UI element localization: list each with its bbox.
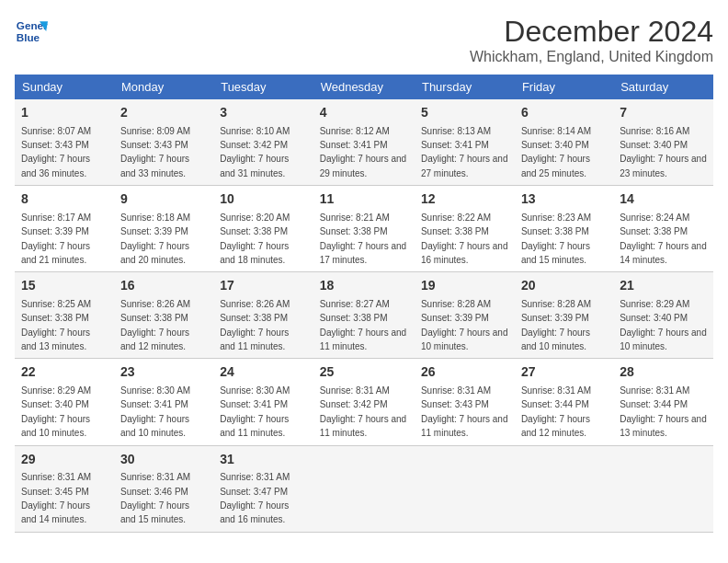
table-row: 26 Sunrise: 8:31 AMSunset: 3:43 PMDaylig… — [415, 359, 515, 445]
table-row: 27 Sunrise: 8:31 AMSunset: 3:44 PMDaylig… — [515, 359, 613, 445]
table-row: 21 Sunrise: 8:29 AMSunset: 3:40 PMDaylig… — [613, 272, 713, 359]
table-row: 16 Sunrise: 8:26 AMSunset: 3:38 PMDaylig… — [114, 272, 213, 359]
day-info: Sunrise: 8:31 AMSunset: 3:44 PMDaylight:… — [521, 385, 591, 438]
day-info: Sunrise: 8:10 AMSunset: 3:42 PMDaylight:… — [220, 126, 290, 178]
table-row — [313, 445, 415, 532]
day-info: Sunrise: 8:28 AMSunset: 3:39 PMDaylight:… — [421, 299, 508, 351]
calendar-row-2: 8 Sunrise: 8:17 AMSunset: 3:39 PMDayligh… — [15, 186, 713, 272]
col-thursday: Thursday — [415, 75, 515, 99]
table-row: 14 Sunrise: 8:24 AMSunset: 3:38 PMDaylig… — [613, 186, 713, 272]
table-row: 31 Sunrise: 8:31 AMSunset: 3:47 PMDaylig… — [213, 445, 313, 532]
day-number: 31 — [220, 451, 306, 469]
day-number: 28 — [620, 363, 707, 382]
day-info: Sunrise: 8:31 AMSunset: 3:43 PMDaylight:… — [421, 385, 508, 438]
day-number: 13 — [521, 190, 607, 209]
table-row: 17 Sunrise: 8:26 AMSunset: 3:38 PMDaylig… — [213, 272, 313, 359]
table-row: 8 Sunrise: 8:17 AMSunset: 3:39 PMDayligh… — [15, 186, 114, 272]
day-info: Sunrise: 8:22 AMSunset: 3:38 PMDaylight:… — [421, 213, 508, 265]
calendar-row-5: 29 Sunrise: 8:31 AMSunset: 3:45 PMDaylig… — [15, 445, 713, 532]
day-number: 1 — [21, 104, 108, 122]
logo: General Blue — [15, 15, 51, 48]
table-row: 6 Sunrise: 8:14 AMSunset: 3:40 PMDayligh… — [515, 99, 613, 186]
day-info: Sunrise: 8:30 AMSunset: 3:41 PMDaylight:… — [120, 385, 190, 438]
day-number: 30 — [120, 451, 207, 469]
table-row: 9 Sunrise: 8:18 AMSunset: 3:39 PMDayligh… — [114, 186, 213, 272]
table-row: 1 Sunrise: 8:07 AMSunset: 3:43 PMDayligh… — [15, 99, 114, 186]
day-info: Sunrise: 8:30 AMSunset: 3:41 PMDaylight:… — [220, 385, 290, 438]
table-row: 12 Sunrise: 8:22 AMSunset: 3:38 PMDaylig… — [415, 186, 515, 272]
table-row: 3 Sunrise: 8:10 AMSunset: 3:42 PMDayligh… — [213, 99, 313, 186]
svg-text:Blue: Blue — [17, 31, 40, 43]
day-info: Sunrise: 8:13 AMSunset: 3:41 PMDaylight:… — [421, 126, 508, 178]
table-row: 20 Sunrise: 8:28 AMSunset: 3:39 PMDaylig… — [515, 272, 613, 359]
day-info: Sunrise: 8:17 AMSunset: 3:39 PMDaylight:… — [21, 213, 91, 265]
table-row: 24 Sunrise: 8:30 AMSunset: 3:41 PMDaylig… — [213, 359, 313, 445]
col-sunday: Sunday — [15, 75, 114, 99]
day-number: 25 — [320, 363, 408, 382]
day-info: Sunrise: 8:31 AMSunset: 3:47 PMDaylight:… — [220, 472, 290, 524]
day-number: 12 — [421, 190, 508, 209]
table-row: 13 Sunrise: 8:23 AMSunset: 3:38 PMDaylig… — [515, 186, 613, 272]
table-row: 23 Sunrise: 8:30 AMSunset: 3:41 PMDaylig… — [114, 359, 213, 445]
day-info: Sunrise: 8:31 AMSunset: 3:44 PMDaylight:… — [620, 385, 707, 438]
col-wednesday: Wednesday — [313, 75, 415, 99]
day-info: Sunrise: 8:21 AMSunset: 3:38 PMDaylight:… — [320, 213, 407, 265]
table-row: 4 Sunrise: 8:12 AMSunset: 3:41 PMDayligh… — [313, 99, 415, 186]
table-row: 2 Sunrise: 8:09 AMSunset: 3:43 PMDayligh… — [114, 99, 213, 186]
day-number: 8 — [21, 190, 108, 209]
day-number: 9 — [120, 190, 207, 209]
day-info: Sunrise: 8:16 AMSunset: 3:40 PMDaylight:… — [620, 126, 707, 178]
day-info: Sunrise: 8:31 AMSunset: 3:42 PMDaylight:… — [320, 385, 407, 438]
col-monday: Monday — [114, 75, 213, 99]
table-row: 10 Sunrise: 8:20 AMSunset: 3:38 PMDaylig… — [213, 186, 313, 272]
calendar-row-3: 15 Sunrise: 8:25 AMSunset: 3:38 PMDaylig… — [15, 272, 713, 359]
day-info: Sunrise: 8:20 AMSunset: 3:38 PMDaylight:… — [220, 213, 290, 265]
day-number: 26 — [421, 363, 508, 382]
day-info: Sunrise: 8:31 AMSunset: 3:45 PMDaylight:… — [21, 472, 91, 524]
day-number: 21 — [620, 277, 707, 295]
table-row — [515, 445, 613, 532]
day-number: 20 — [521, 277, 607, 295]
page-header: General Blue December 2024 Whickham, Eng… — [15, 15, 713, 65]
day-number: 23 — [120, 363, 207, 382]
day-number: 2 — [120, 104, 207, 122]
day-number: 11 — [320, 190, 408, 209]
day-number: 17 — [220, 277, 306, 295]
day-info: Sunrise: 8:26 AMSunset: 3:38 PMDaylight:… — [220, 299, 290, 351]
table-row — [415, 445, 515, 532]
day-info: Sunrise: 8:27 AMSunset: 3:38 PMDaylight:… — [320, 299, 407, 351]
table-row — [613, 445, 713, 532]
table-row: 22 Sunrise: 8:29 AMSunset: 3:40 PMDaylig… — [15, 359, 114, 445]
day-info: Sunrise: 8:23 AMSunset: 3:38 PMDaylight:… — [521, 213, 591, 265]
calendar-row-1: 1 Sunrise: 8:07 AMSunset: 3:43 PMDayligh… — [15, 99, 713, 186]
day-number: 19 — [421, 277, 508, 295]
table-row: 29 Sunrise: 8:31 AMSunset: 3:45 PMDaylig… — [15, 445, 114, 532]
col-tuesday: Tuesday — [213, 75, 313, 99]
day-number: 14 — [620, 190, 707, 209]
day-info: Sunrise: 8:25 AMSunset: 3:38 PMDaylight:… — [21, 299, 91, 351]
title-section: December 2024 Whickham, England, United … — [470, 15, 713, 65]
day-number: 18 — [320, 277, 408, 295]
day-number: 27 — [521, 363, 607, 382]
calendar-row-4: 22 Sunrise: 8:29 AMSunset: 3:40 PMDaylig… — [15, 359, 713, 445]
day-number: 16 — [120, 277, 207, 295]
day-info: Sunrise: 8:07 AMSunset: 3:43 PMDaylight:… — [21, 126, 91, 178]
day-number: 24 — [220, 363, 306, 382]
col-saturday: Saturday — [613, 75, 713, 99]
month-title: December 2024 — [470, 15, 713, 49]
day-info: Sunrise: 8:29 AMSunset: 3:40 PMDaylight:… — [21, 385, 91, 438]
day-info: Sunrise: 8:12 AMSunset: 3:41 PMDaylight:… — [320, 126, 407, 178]
day-info: Sunrise: 8:18 AMSunset: 3:39 PMDaylight:… — [120, 213, 190, 265]
day-info: Sunrise: 8:14 AMSunset: 3:40 PMDaylight:… — [521, 126, 591, 178]
table-row: 19 Sunrise: 8:28 AMSunset: 3:39 PMDaylig… — [415, 272, 515, 359]
table-row: 11 Sunrise: 8:21 AMSunset: 3:38 PMDaylig… — [313, 186, 415, 272]
day-info: Sunrise: 8:28 AMSunset: 3:39 PMDaylight:… — [521, 299, 591, 351]
table-row: 18 Sunrise: 8:27 AMSunset: 3:38 PMDaylig… — [313, 272, 415, 359]
day-number: 15 — [21, 277, 108, 295]
day-number: 22 — [21, 363, 108, 382]
day-number: 7 — [620, 104, 707, 122]
col-friday: Friday — [515, 75, 613, 99]
day-number: 4 — [320, 104, 408, 122]
table-row: 7 Sunrise: 8:16 AMSunset: 3:40 PMDayligh… — [613, 99, 713, 186]
day-number: 5 — [421, 104, 508, 122]
